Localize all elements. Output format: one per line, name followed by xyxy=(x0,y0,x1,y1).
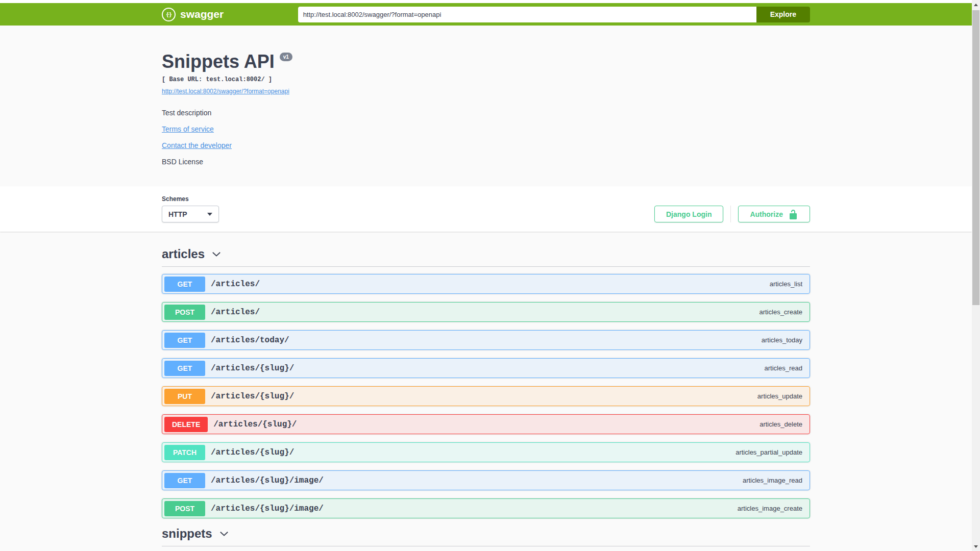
tag-label: articles xyxy=(162,247,205,261)
operation-row[interactable]: PATCH /articles/{slug}/ articles_partial… xyxy=(162,442,810,462)
operation-row[interactable]: PUT /articles/{slug}/ articles_update xyxy=(162,386,810,406)
operation-id: articles_read xyxy=(765,364,802,372)
version-badge: v1 xyxy=(280,53,292,61)
method-badge: GET xyxy=(164,361,205,376)
operation-row[interactable]: GET /articles/ articles_list xyxy=(162,274,810,294)
auth-wrapper: Django Login Authorize xyxy=(654,206,810,222)
spec-url-input[interactable] xyxy=(298,7,756,22)
swagger-logo-icon xyxy=(162,8,176,21)
django-login-label: Django Login xyxy=(666,210,712,218)
operation-path: /articles/today/ xyxy=(211,336,289,345)
base-url: [ Base URL: test.local:8002/ ] xyxy=(162,76,810,83)
topbar: swagger Explore xyxy=(0,3,972,26)
operation-row[interactable]: GET /articles/{slug}/ articles_read xyxy=(162,358,810,378)
scroll-down-button[interactable] xyxy=(972,542,980,550)
tag-label: snippets xyxy=(162,527,212,541)
schemes-block: Schemes HTTP xyxy=(162,195,219,222)
explore-button[interactable]: Explore xyxy=(756,7,810,22)
operation-row[interactable]: GET /articles/{slug}/image/ articles_ima… xyxy=(162,470,810,490)
method-badge: GET xyxy=(164,277,205,292)
chevron-down-icon xyxy=(218,528,230,539)
swagger-logo[interactable]: swagger xyxy=(162,8,224,21)
operation-id: articles_image_read xyxy=(743,477,802,484)
info-section: Snippets API v1 [ Base URL: test.local:8… xyxy=(0,26,972,186)
operation-id: articles_partial_update xyxy=(736,448,802,456)
operation-path: /articles/{slug}/ xyxy=(211,364,294,373)
operation-id: articles_today xyxy=(762,336,802,344)
scroll-up-button[interactable] xyxy=(972,1,980,9)
download-url-wrapper: Explore xyxy=(298,7,810,22)
method-badge: PUT xyxy=(164,389,205,404)
operation-path: /articles/ xyxy=(211,308,260,317)
operation-path: /articles/{slug}/image/ xyxy=(211,504,324,513)
triangle-down-icon xyxy=(974,545,978,548)
operation-path: /articles/ xyxy=(211,280,260,289)
authorize-label: Authorize xyxy=(750,210,783,218)
operation-row[interactable]: GET /articles/today/ articles_today xyxy=(162,330,810,350)
operation-path: /articles/{slug}/image/ xyxy=(211,476,324,485)
schemes-label: Schemes xyxy=(162,195,219,203)
spec-link[interactable]: http://test.local:8002/swagger/?format=o… xyxy=(162,88,289,95)
method-badge: POST xyxy=(164,501,205,516)
authorize-button[interactable]: Authorize xyxy=(738,206,810,222)
triangle-up-icon xyxy=(974,4,978,6)
swagger-logo-text: swagger xyxy=(180,8,224,20)
tag-section: snippets GET /snippets/ snippets_list xyxy=(162,527,810,551)
operation-id: articles_image_create xyxy=(738,505,802,512)
operation-id: articles_list xyxy=(770,280,802,288)
api-operations: articles GET /articles/ articles_list PO… xyxy=(162,232,810,551)
contact-developer-link[interactable]: Contact the developer xyxy=(162,141,232,149)
api-title-text: Snippets API xyxy=(162,51,275,72)
tag-header[interactable]: articles xyxy=(162,247,810,267)
operation-path: /articles/{slug}/ xyxy=(213,420,297,429)
method-badge: GET xyxy=(164,473,205,488)
scheme-select[interactable]: HTTP xyxy=(162,206,219,222)
chevron-down-icon xyxy=(207,213,212,216)
operation-path: /articles/{slug}/ xyxy=(211,448,294,457)
operation-id: articles_update xyxy=(757,392,802,400)
operation-id: articles_create xyxy=(759,308,802,316)
django-login-button[interactable]: Django Login xyxy=(654,206,723,222)
operations-list: GET /articles/ articles_list POST /artic… xyxy=(162,274,810,518)
unlock-icon xyxy=(788,209,798,219)
scheme-container: Schemes HTTP Django Login Authorize xyxy=(0,186,972,232)
scrollbar[interactable] xyxy=(972,0,980,551)
api-title: Snippets API v1 xyxy=(162,51,810,72)
terms-of-service-link[interactable]: Terms of service xyxy=(162,125,214,133)
method-badge: PATCH xyxy=(164,445,205,460)
license-label: BSD License xyxy=(162,158,810,166)
operation-id: articles_delete xyxy=(760,420,802,428)
operation-row[interactable]: POST /articles/{slug}/image/ articles_im… xyxy=(162,498,810,518)
swagger-page: swagger Explore Snippets API v1 [ Base U… xyxy=(0,3,972,551)
method-badge: GET xyxy=(164,333,205,348)
chevron-down-icon xyxy=(211,248,222,260)
tag-header[interactable]: snippets xyxy=(162,527,810,546)
operation-path: /articles/{slug}/ xyxy=(211,392,294,401)
auth-divider xyxy=(730,206,731,222)
scheme-selected-value: HTTP xyxy=(168,210,187,218)
api-description: Test description xyxy=(162,109,810,117)
operation-row[interactable]: DELETE /articles/{slug}/ articles_delete xyxy=(162,414,810,434)
scrollbar-thumb[interactable] xyxy=(972,10,979,305)
operation-row[interactable]: POST /articles/ articles_create xyxy=(162,302,810,322)
tag-section: articles GET /articles/ articles_list PO… xyxy=(162,247,810,518)
method-badge: DELETE xyxy=(164,417,208,432)
method-badge: POST xyxy=(164,305,205,320)
